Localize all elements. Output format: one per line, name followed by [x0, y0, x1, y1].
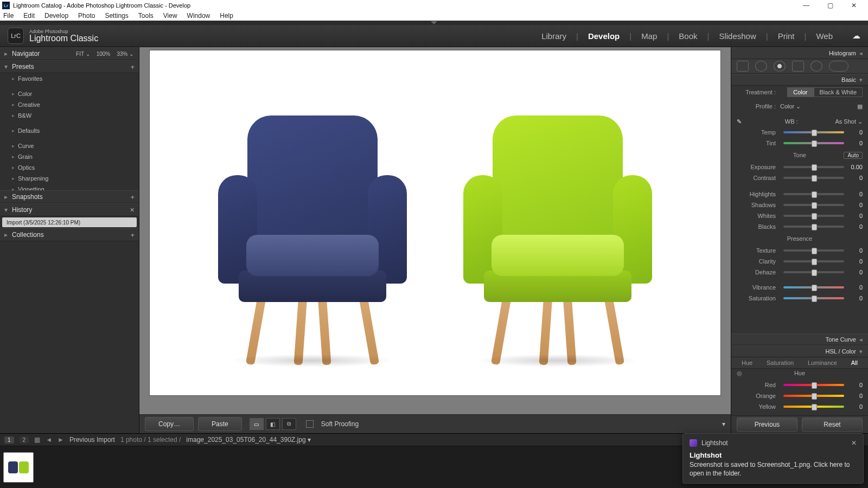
top-panel-grip[interactable]: [0, 21, 868, 25]
module-develop[interactable]: Develop: [588, 31, 620, 41]
preset-color[interactable]: Color: [0, 88, 139, 99]
reset-button[interactable]: Reset: [802, 418, 863, 432]
crop-tool-icon[interactable]: [737, 61, 749, 72]
hsl-tab-all[interactable]: All: [851, 359, 858, 366]
module-print[interactable]: Print: [778, 31, 795, 41]
filmstrip-thumb-1[interactable]: [3, 452, 34, 483]
module-library[interactable]: Library: [541, 31, 566, 41]
hue-yellow-slider[interactable]: [783, 406, 844, 408]
menu-help[interactable]: Help: [219, 11, 234, 20]
source-label[interactable]: Previous Import: [69, 436, 115, 444]
navigator-header[interactable]: ▸Navigator FIT ⌄ 100% 33% ⌄: [0, 47, 139, 60]
hue-red-value[interactable]: 0: [847, 382, 863, 388]
snapshots-add-icon[interactable]: +: [130, 193, 135, 201]
highlights-slider[interactable]: [783, 193, 844, 195]
contrast-value[interactable]: 0: [847, 175, 863, 181]
hue-yellow-value[interactable]: 0: [847, 403, 863, 410]
menu-view[interactable]: View: [162, 11, 178, 20]
whites-value[interactable]: 0: [847, 213, 863, 219]
menu-window[interactable]: Window: [186, 11, 212, 20]
nav-fwd-icon[interactable]: ►: [58, 436, 64, 444]
previous-button[interactable]: Previous: [737, 418, 797, 432]
copy-button[interactable]: Copy…: [145, 417, 194, 431]
texture-slider[interactable]: [783, 249, 844, 252]
wb-dropdown[interactable]: As Shot ⌄: [835, 118, 863, 125]
preset-defaults[interactable]: Defaults: [0, 125, 139, 136]
nav-back-icon[interactable]: ◄: [46, 436, 52, 444]
saturation-value[interactable]: 0: [847, 295, 863, 301]
menu-settings[interactable]: Settings: [104, 11, 129, 20]
dehaze-value[interactable]: 0: [847, 269, 863, 275]
exposure-slider[interactable]: [783, 166, 844, 168]
paste-button[interactable]: Paste: [198, 417, 242, 431]
hsl-tab-lum[interactable]: Luminance: [808, 359, 837, 366]
tat-icon[interactable]: ◎: [737, 370, 742, 377]
treatment-bw[interactable]: Black & White: [814, 87, 863, 97]
lightshot-toast[interactable]: Lightshot ✕ Lightshot Screenshot is save…: [682, 433, 864, 484]
treatment-color[interactable]: Color: [787, 87, 813, 97]
zoom-custom[interactable]: 33% ⌄: [116, 51, 135, 57]
blacks-slider[interactable]: [783, 226, 844, 228]
contrast-slider[interactable]: [783, 177, 844, 179]
preset-grain[interactable]: Grain: [0, 151, 139, 162]
menu-file[interactable]: File: [2, 11, 15, 20]
temp-value[interactable]: 0: [847, 129, 863, 136]
menu-edit[interactable]: Edit: [22, 11, 36, 20]
menu-develop[interactable]: Develop: [43, 11, 69, 20]
redeye-tool-icon[interactable]: [774, 61, 786, 72]
toolbar-menu-icon[interactable]: ▾: [722, 420, 725, 428]
auto-tone-button[interactable]: Auto: [844, 152, 863, 159]
grid-icon[interactable]: ▦: [34, 436, 40, 444]
profile-browser-icon[interactable]: ▦: [857, 103, 863, 110]
vibrance-value[interactable]: 0: [847, 284, 863, 291]
module-slideshow[interactable]: Slideshow: [719, 31, 756, 41]
preset-optics[interactable]: Optics: [0, 162, 139, 173]
basic-header[interactable]: Basic▾: [731, 74, 868, 86]
hue-orange-value[interactable]: 0: [847, 393, 863, 399]
heal-tool-icon[interactable]: [755, 61, 767, 72]
preset-bw[interactable]: B&W: [0, 110, 139, 121]
tint-value[interactable]: 0: [847, 140, 863, 146]
collections-add-icon[interactable]: +: [130, 231, 135, 239]
maximize-button[interactable]: ▢: [818, 0, 842, 11]
preset-creative[interactable]: Creative: [0, 99, 139, 110]
history-header[interactable]: ▾History ✕: [0, 203, 139, 216]
toast-close-icon[interactable]: ✕: [851, 439, 857, 447]
histogram-header[interactable]: Histogram◂: [731, 47, 868, 59]
whites-slider[interactable]: [783, 215, 844, 217]
monitor-2[interactable]: 2: [20, 436, 29, 444]
clarity-slider[interactable]: [783, 260, 844, 262]
filename-label[interactable]: image_2025_03_05T06_20_44_390Z.jpg ▾: [186, 436, 311, 444]
cloud-sync-icon[interactable]: ☁: [852, 31, 860, 41]
temp-slider[interactable]: [783, 131, 844, 133]
presets-add-icon[interactable]: +: [130, 63, 135, 71]
clarity-value[interactable]: 0: [847, 258, 863, 265]
menu-tools[interactable]: Tools: [137, 11, 155, 20]
wb-eyedropper-icon[interactable]: ✎: [737, 118, 748, 125]
radial-tool-icon[interactable]: [810, 61, 822, 72]
before-after-lr-icon[interactable]: ◧: [266, 418, 280, 430]
history-clear-icon[interactable]: ✕: [130, 207, 135, 214]
hue-red-slider[interactable]: [783, 384, 844, 386]
module-book[interactable]: Book: [679, 31, 697, 41]
shadows-slider[interactable]: [783, 204, 844, 206]
loupe-view-icon[interactable]: ▭: [250, 418, 264, 430]
brush-tool-icon[interactable]: [829, 61, 848, 72]
collections-header[interactable]: ▸Collections +: [0, 228, 139, 241]
preset-favorites[interactable]: Favorites: [0, 73, 139, 84]
exposure-value[interactable]: 0.00: [847, 164, 863, 170]
preset-vignetting[interactable]: Vignetting: [0, 184, 139, 190]
preset-curve[interactable]: Curve: [0, 140, 139, 151]
presets-header[interactable]: ▾Presets +: [0, 60, 139, 73]
hsl-tab-sat[interactable]: Saturation: [767, 359, 794, 366]
module-web[interactable]: Web: [816, 31, 833, 41]
tone-curve-header[interactable]: Tone Curve◂: [731, 333, 868, 345]
highlights-value[interactable]: 0: [847, 191, 863, 197]
monitor-1[interactable]: 1: [4, 436, 14, 444]
module-map[interactable]: Map: [641, 31, 657, 41]
zoom-100[interactable]: 100%: [95, 51, 112, 57]
hue-orange-slider[interactable]: [783, 395, 844, 397]
texture-value[interactable]: 0: [847, 247, 863, 254]
menu-photo[interactable]: Photo: [77, 11, 96, 20]
soft-proof-checkbox[interactable]: [306, 420, 314, 428]
